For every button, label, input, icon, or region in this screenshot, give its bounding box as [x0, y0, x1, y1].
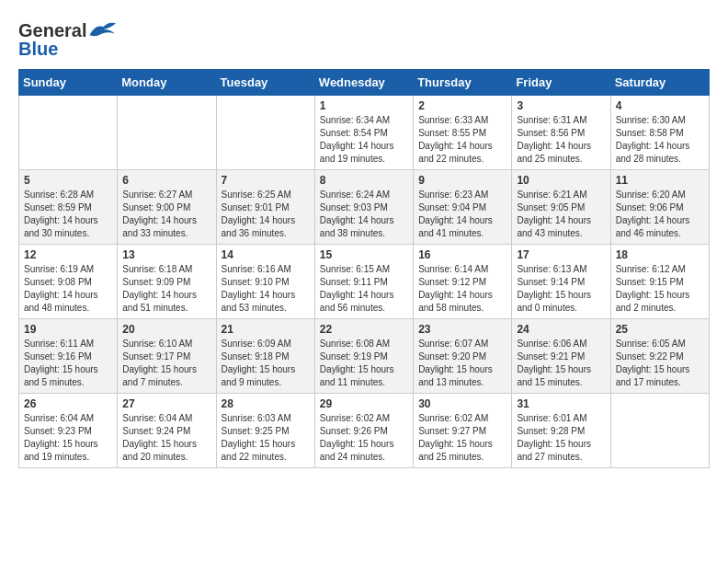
- day-info: Sunrise: 6:24 AM Sunset: 9:03 PM Dayligh…: [320, 189, 408, 240]
- day-info: Sunrise: 6:25 AM Sunset: 9:01 PM Dayligh…: [222, 189, 310, 240]
- calendar-cell: 21Sunrise: 6:09 AM Sunset: 9:18 PM Dayli…: [216, 319, 314, 394]
- day-number: 8: [320, 174, 408, 187]
- calendar-cell: 2Sunrise: 6:33 AM Sunset: 8:55 PM Daylig…: [414, 96, 512, 170]
- calendar-cell: 3Sunrise: 6:31 AM Sunset: 8:56 PM Daylig…: [512, 96, 610, 170]
- day-number: 3: [517, 99, 605, 112]
- weekday-header: Thursday: [414, 70, 512, 96]
- calendar-cell: 27Sunrise: 6:04 AM Sunset: 9:24 PM Dayli…: [118, 394, 216, 468]
- weekday-header: Sunday: [19, 70, 118, 96]
- day-info: Sunrise: 6:13 AM Sunset: 9:14 PM Dayligh…: [517, 263, 605, 315]
- calendar-cell: 15Sunrise: 6:15 AM Sunset: 9:11 PM Dayli…: [314, 245, 413, 319]
- day-number: 31: [517, 397, 605, 410]
- calendar-cell: 8Sunrise: 6:24 AM Sunset: 9:03 PM Daylig…: [314, 170, 413, 245]
- day-info: Sunrise: 6:02 AM Sunset: 9:26 PM Dayligh…: [320, 412, 408, 464]
- day-number: 29: [320, 397, 408, 410]
- calendar-cell: 24Sunrise: 6:06 AM Sunset: 9:21 PM Dayli…: [512, 319, 610, 394]
- day-number: 24: [517, 323, 605, 336]
- day-number: 13: [122, 248, 210, 261]
- calendar-cell: 6Sunrise: 6:27 AM Sunset: 9:00 PM Daylig…: [118, 170, 216, 245]
- day-number: 18: [616, 248, 704, 261]
- calendar-cell: 31Sunrise: 6:01 AM Sunset: 9:28 PM Dayli…: [512, 394, 610, 468]
- calendar-cell: 29Sunrise: 6:02 AM Sunset: 9:26 PM Dayli…: [314, 394, 413, 468]
- day-info: Sunrise: 6:34 AM Sunset: 8:54 PM Dayligh…: [320, 114, 408, 166]
- day-info: Sunrise: 6:21 AM Sunset: 9:05 PM Dayligh…: [517, 189, 605, 240]
- day-info: Sunrise: 6:07 AM Sunset: 9:20 PM Dayligh…: [418, 338, 506, 389]
- calendar-cell: 12Sunrise: 6:19 AM Sunset: 9:08 PM Dayli…: [19, 245, 118, 319]
- calendar-cell: 18Sunrise: 6:12 AM Sunset: 9:15 PM Dayli…: [610, 245, 709, 319]
- day-info: Sunrise: 6:14 AM Sunset: 9:12 PM Dayligh…: [418, 263, 506, 315]
- day-info: Sunrise: 6:03 AM Sunset: 9:25 PM Dayligh…: [222, 412, 310, 464]
- day-info: Sunrise: 6:08 AM Sunset: 9:19 PM Dayligh…: [320, 338, 408, 389]
- calendar-cell: 30Sunrise: 6:02 AM Sunset: 9:27 PM Dayli…: [414, 394, 512, 468]
- day-number: 17: [517, 248, 605, 261]
- day-number: 23: [418, 323, 506, 336]
- day-info: Sunrise: 6:09 AM Sunset: 9:18 PM Dayligh…: [222, 338, 310, 389]
- calendar-cell: [19, 96, 118, 170]
- day-number: 20: [122, 323, 210, 336]
- day-info: Sunrise: 6:05 AM Sunset: 9:22 PM Dayligh…: [616, 338, 704, 389]
- day-number: 27: [122, 397, 210, 410]
- day-number: 11: [616, 174, 704, 187]
- day-info: Sunrise: 6:31 AM Sunset: 8:56 PM Dayligh…: [517, 114, 605, 166]
- calendar-table: SundayMondayTuesdayWednesdayThursdayFrid…: [18, 69, 710, 468]
- calendar-cell: [216, 96, 314, 170]
- calendar-cell: 22Sunrise: 6:08 AM Sunset: 9:19 PM Dayli…: [314, 319, 413, 394]
- calendar-cell: 20Sunrise: 6:10 AM Sunset: 9:17 PM Dayli…: [118, 319, 216, 394]
- day-number: 26: [24, 397, 112, 410]
- day-info: Sunrise: 6:28 AM Sunset: 8:59 PM Dayligh…: [24, 189, 112, 240]
- day-info: Sunrise: 6:10 AM Sunset: 9:17 PM Dayligh…: [122, 338, 210, 389]
- day-number: 6: [122, 174, 210, 187]
- day-info: Sunrise: 6:20 AM Sunset: 9:06 PM Dayligh…: [616, 189, 704, 240]
- day-info: Sunrise: 6:04 AM Sunset: 9:24 PM Dayligh…: [122, 412, 210, 464]
- weekday-header: Saturday: [610, 70, 709, 96]
- day-info: Sunrise: 6:12 AM Sunset: 9:15 PM Dayligh…: [616, 263, 704, 315]
- day-info: Sunrise: 6:15 AM Sunset: 9:11 PM Dayligh…: [320, 263, 408, 315]
- day-info: Sunrise: 6:04 AM Sunset: 9:23 PM Dayligh…: [24, 412, 112, 464]
- day-number: 25: [616, 323, 704, 336]
- calendar-cell: [118, 96, 216, 170]
- calendar-cell: 28Sunrise: 6:03 AM Sunset: 9:25 PM Dayli…: [216, 394, 314, 468]
- calendar-cell: 11Sunrise: 6:20 AM Sunset: 9:06 PM Dayli…: [610, 170, 709, 245]
- calendar-cell: 23Sunrise: 6:07 AM Sunset: 9:20 PM Dayli…: [414, 319, 512, 394]
- calendar-cell: 25Sunrise: 6:05 AM Sunset: 9:22 PM Dayli…: [610, 319, 709, 394]
- day-info: Sunrise: 6:01 AM Sunset: 9:28 PM Dayligh…: [517, 412, 605, 464]
- calendar-cell: 14Sunrise: 6:16 AM Sunset: 9:10 PM Dayli…: [216, 245, 314, 319]
- calendar-cell: 7Sunrise: 6:25 AM Sunset: 9:01 PM Daylig…: [216, 170, 314, 245]
- day-info: Sunrise: 6:11 AM Sunset: 9:16 PM Dayligh…: [24, 338, 112, 389]
- weekday-header: Wednesday: [314, 70, 413, 96]
- day-info: Sunrise: 6:19 AM Sunset: 9:08 PM Dayligh…: [24, 263, 112, 315]
- day-number: 1: [320, 99, 408, 112]
- day-number: 28: [222, 397, 310, 410]
- day-number: 9: [418, 174, 506, 187]
- weekday-header: Tuesday: [216, 70, 314, 96]
- day-number: 4: [616, 99, 704, 112]
- day-info: Sunrise: 6:27 AM Sunset: 9:00 PM Dayligh…: [122, 189, 210, 240]
- day-number: 30: [418, 397, 506, 410]
- calendar-cell: 13Sunrise: 6:18 AM Sunset: 9:09 PM Dayli…: [118, 245, 216, 319]
- day-info: Sunrise: 6:23 AM Sunset: 9:04 PM Dayligh…: [418, 189, 506, 240]
- day-number: 22: [320, 323, 408, 336]
- logo-blue: Blue: [18, 39, 58, 60]
- calendar-header: General Blue: [18, 18, 710, 60]
- logo: General Blue: [18, 18, 116, 60]
- weekday-header: Friday: [512, 70, 610, 96]
- calendar-cell: [610, 394, 709, 468]
- weekday-header: Monday: [118, 70, 216, 96]
- logo-bird-icon: [88, 18, 116, 40]
- day-info: Sunrise: 6:33 AM Sunset: 8:55 PM Dayligh…: [418, 114, 506, 166]
- calendar-cell: 1Sunrise: 6:34 AM Sunset: 8:54 PM Daylig…: [314, 96, 413, 170]
- day-info: Sunrise: 6:18 AM Sunset: 9:09 PM Dayligh…: [122, 263, 210, 315]
- day-number: 14: [222, 248, 310, 261]
- calendar-cell: 10Sunrise: 6:21 AM Sunset: 9:05 PM Dayli…: [512, 170, 610, 245]
- day-info: Sunrise: 6:30 AM Sunset: 8:58 PM Dayligh…: [616, 114, 704, 166]
- calendar-cell: 4Sunrise: 6:30 AM Sunset: 8:58 PM Daylig…: [610, 96, 709, 170]
- calendar-cell: 9Sunrise: 6:23 AM Sunset: 9:04 PM Daylig…: [414, 170, 512, 245]
- day-number: 16: [418, 248, 506, 261]
- day-number: 2: [418, 99, 506, 112]
- day-number: 21: [222, 323, 310, 336]
- day-number: 19: [24, 323, 112, 336]
- calendar-cell: 16Sunrise: 6:14 AM Sunset: 9:12 PM Dayli…: [414, 245, 512, 319]
- day-info: Sunrise: 6:06 AM Sunset: 9:21 PM Dayligh…: [517, 338, 605, 389]
- calendar-cell: 26Sunrise: 6:04 AM Sunset: 9:23 PM Dayli…: [19, 394, 118, 468]
- day-info: Sunrise: 6:16 AM Sunset: 9:10 PM Dayligh…: [222, 263, 310, 315]
